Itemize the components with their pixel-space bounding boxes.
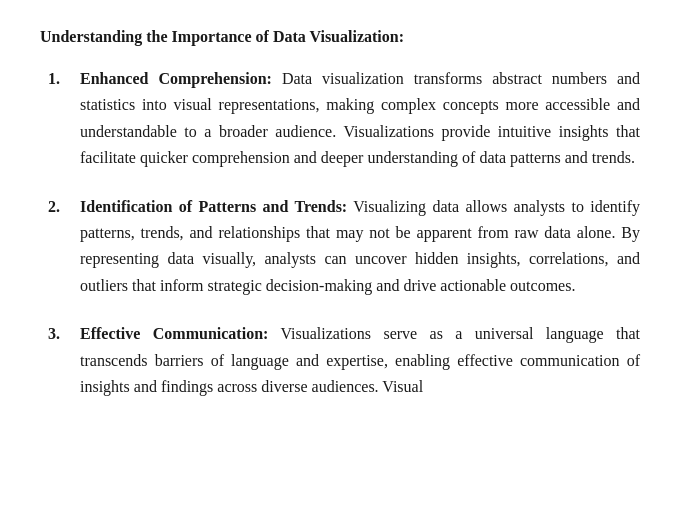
item-title-2: Identification of Patterns and Trends: [80, 198, 347, 215]
content-list: Enhanced Comprehension: Data visualizati… [40, 66, 640, 400]
list-item: Effective Communication: Visualizations … [68, 321, 640, 400]
list-item: Enhanced Comprehension: Data visualizati… [68, 66, 640, 172]
list-item: Identification of Patterns and Trends: V… [68, 194, 640, 300]
page-heading: Understanding the Importance of Data Vis… [40, 28, 640, 46]
item-title-1: Enhanced Comprehension: [80, 70, 272, 87]
item-title-3: Effective Communication: [80, 325, 268, 342]
